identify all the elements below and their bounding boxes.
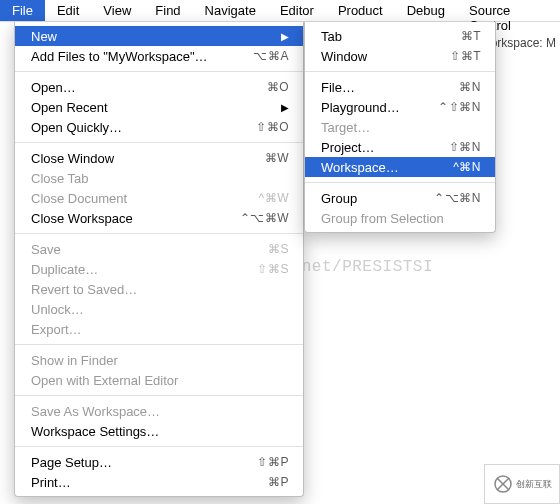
menubar-item-debug[interactable]: Debug bbox=[395, 0, 457, 21]
menu-item-label: Project… bbox=[321, 140, 421, 155]
new-submenu-item-group-from-selection: Group from Selection bbox=[305, 208, 495, 228]
file-menu-item-close-workspace[interactable]: Close Workspace⌃⌥⌘W bbox=[15, 208, 303, 228]
logo-icon bbox=[493, 474, 513, 494]
new-submenu-item-window[interactable]: Window⇧⌘T bbox=[305, 46, 495, 66]
file-menu-item-save: Save⌘S bbox=[15, 239, 303, 259]
menu-item-label: Window bbox=[321, 49, 421, 64]
new-submenu-item-workspace[interactable]: Workspace…^⌘N bbox=[305, 157, 495, 177]
shortcut: ⌃⇧⌘N bbox=[421, 100, 481, 114]
file-menu-item-open-with-external-editor: Open with External Editor bbox=[15, 370, 303, 390]
new-submenu-item-target: Target… bbox=[305, 117, 495, 137]
shortcut: ⌘O bbox=[229, 80, 289, 94]
shortcut: ⌘T bbox=[421, 29, 481, 43]
shortcut: ⇧⌘S bbox=[229, 262, 289, 276]
menubar-item-view[interactable]: View bbox=[91, 0, 143, 21]
logo-text: 创新互联 bbox=[516, 480, 552, 489]
submenu-arrow-icon: ▶ bbox=[281, 102, 289, 113]
file-menu-item-print[interactable]: Print…⌘P bbox=[15, 472, 303, 492]
menu-item-label: Open… bbox=[31, 80, 229, 95]
separator bbox=[15, 395, 303, 396]
separator bbox=[15, 344, 303, 345]
file-menu-item-unlock: Unlock… bbox=[15, 299, 303, 319]
new-submenu-item-tab[interactable]: Tab⌘T bbox=[305, 26, 495, 46]
menu-item-label: Save As Workspace… bbox=[31, 404, 289, 419]
menubar-item-find[interactable]: Find bbox=[143, 0, 192, 21]
menu-item-label: Print… bbox=[31, 475, 229, 490]
separator bbox=[15, 233, 303, 234]
menu-item-label: Close Workspace bbox=[31, 211, 229, 226]
shortcut: ⌘S bbox=[229, 242, 289, 256]
menu-item-label: Add Files to "MyWorkspace"… bbox=[31, 49, 229, 64]
shortcut: ⌘W bbox=[229, 151, 289, 165]
file-menu-item-close-document: Close Document^⌘W bbox=[15, 188, 303, 208]
separator bbox=[15, 446, 303, 447]
menu-item-label: Save bbox=[31, 242, 229, 257]
file-menu-item-save-as-workspace: Save As Workspace… bbox=[15, 401, 303, 421]
file-menu-item-page-setup[interactable]: Page Setup…⇧⌘P bbox=[15, 452, 303, 472]
menu-item-label: Open Recent bbox=[31, 100, 281, 115]
file-menu-item-add-files-to-myworkspace[interactable]: Add Files to "MyWorkspace"…⌥⌘A bbox=[15, 46, 303, 66]
new-submenu-item-file[interactable]: File…⌘N bbox=[305, 77, 495, 97]
menu-item-label: Playground… bbox=[321, 100, 421, 115]
menu-item-label: Close Tab bbox=[31, 171, 289, 186]
file-menu-item-close-window[interactable]: Close Window⌘W bbox=[15, 148, 303, 168]
menu-item-label: File… bbox=[321, 80, 421, 95]
menu-item-label: Close Window bbox=[31, 151, 229, 166]
shortcut: ⇧⌘O bbox=[229, 120, 289, 134]
menu-item-label: Workspace Settings… bbox=[31, 424, 289, 439]
shortcut: ⇧⌘N bbox=[421, 140, 481, 154]
menu-item-label: Tab bbox=[321, 29, 421, 44]
file-menu-item-workspace-settings[interactable]: Workspace Settings… bbox=[15, 421, 303, 441]
shortcut: ⌘N bbox=[421, 80, 481, 94]
file-menu-item-open[interactable]: Open…⌘O bbox=[15, 77, 303, 97]
menu-item-label: Target… bbox=[321, 120, 481, 135]
menu-item-label: Group from Selection bbox=[321, 211, 481, 226]
shortcut: ⌃⌥⌘N bbox=[421, 191, 481, 205]
menu-item-label: Show in Finder bbox=[31, 353, 289, 368]
menu-item-label: Duplicate… bbox=[31, 262, 229, 277]
new-submenu-item-playground[interactable]: Playground…⌃⇧⌘N bbox=[305, 97, 495, 117]
file-menu-item-export: Export… bbox=[15, 319, 303, 339]
new-submenu-item-project[interactable]: Project…⇧⌘N bbox=[305, 137, 495, 157]
menubar-item-source-control[interactable]: Source Control bbox=[457, 0, 560, 21]
logo: 创新互联 bbox=[484, 464, 560, 504]
menu-item-label: Workspace… bbox=[321, 160, 421, 175]
file-menu: New▶Add Files to "MyWorkspace"…⌥⌘AOpen…⌘… bbox=[14, 22, 304, 497]
file-menu-item-revert-to-saved: Revert to Saved… bbox=[15, 279, 303, 299]
menu-item-label: Group bbox=[321, 191, 421, 206]
separator bbox=[305, 182, 495, 183]
separator bbox=[15, 71, 303, 72]
shortcut: ⌃⌥⌘W bbox=[229, 211, 289, 225]
separator bbox=[305, 71, 495, 72]
new-submenu-item-group[interactable]: Group⌃⌥⌘N bbox=[305, 188, 495, 208]
submenu-arrow-icon: ▶ bbox=[281, 31, 289, 42]
menu-item-label: Open Quickly… bbox=[31, 120, 229, 135]
menubar-item-file[interactable]: File bbox=[0, 0, 45, 21]
file-menu-item-open-recent[interactable]: Open Recent▶ bbox=[15, 97, 303, 117]
menubar-item-edit[interactable]: Edit bbox=[45, 0, 91, 21]
shortcut: ⌥⌘A bbox=[229, 49, 289, 63]
file-menu-item-close-tab: Close Tab bbox=[15, 168, 303, 188]
shortcut: ^⌘N bbox=[421, 160, 481, 174]
menu-item-label: Open with External Editor bbox=[31, 373, 289, 388]
menubar-item-navigate[interactable]: Navigate bbox=[193, 0, 268, 21]
menubar: FileEditViewFindNavigateEditorProductDeb… bbox=[0, 0, 560, 22]
shortcut: ⇧⌘P bbox=[229, 455, 289, 469]
menu-item-label: Page Setup… bbox=[31, 455, 229, 470]
file-menu-item-new[interactable]: New▶ bbox=[15, 26, 303, 46]
menubar-item-editor[interactable]: Editor bbox=[268, 0, 326, 21]
menu-item-label: Close Document bbox=[31, 191, 229, 206]
shortcut: ⇧⌘T bbox=[421, 49, 481, 63]
menubar-item-product[interactable]: Product bbox=[326, 0, 395, 21]
separator bbox=[15, 142, 303, 143]
new-submenu: Tab⌘TWindow⇧⌘TFile…⌘NPlayground…⌃⇧⌘NTarg… bbox=[304, 22, 496, 233]
menu-item-label: Revert to Saved… bbox=[31, 282, 289, 297]
menu-item-label: Export… bbox=[31, 322, 289, 337]
shortcut: ⌘P bbox=[229, 475, 289, 489]
file-menu-item-show-in-finder: Show in Finder bbox=[15, 350, 303, 370]
file-menu-item-open-quickly[interactable]: Open Quickly…⇧⌘O bbox=[15, 117, 303, 137]
file-menu-item-duplicate: Duplicate…⇧⌘S bbox=[15, 259, 303, 279]
menu-item-label: Unlock… bbox=[31, 302, 289, 317]
shortcut: ^⌘W bbox=[229, 191, 289, 205]
menu-item-label: New bbox=[31, 29, 281, 44]
